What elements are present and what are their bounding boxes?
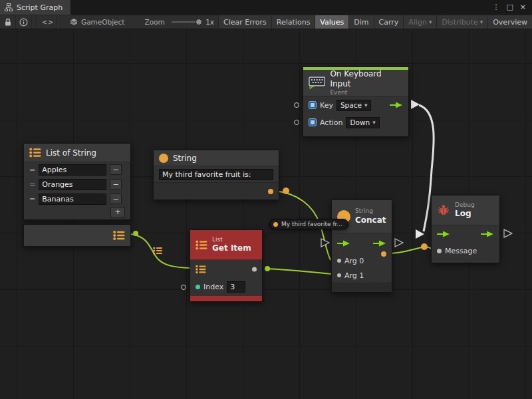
overview-button[interactable]: Overview xyxy=(487,15,532,29)
zoom-slider-handle[interactable] xyxy=(196,19,202,25)
node-title: Get Item xyxy=(212,243,251,253)
port-self-input[interactable] xyxy=(294,102,299,108)
port-flow-output[interactable] xyxy=(390,101,403,109)
wire-value-tooltip: My third favorite fr... xyxy=(269,219,348,229)
port-string-output[interactable] xyxy=(268,189,273,194)
info-button[interactable] xyxy=(16,15,32,29)
node-category: List xyxy=(212,236,251,243)
graph-toolbar: <> GameObject Zoom 1x Clear Errors Relat… xyxy=(0,15,532,29)
node-concat[interactable]: String Concat Arg 0 Arg 1 xyxy=(331,200,392,293)
remove-item-button[interactable]: − xyxy=(110,194,122,204)
port-flow-input[interactable] xyxy=(337,239,350,247)
key-icon xyxy=(309,118,317,126)
port-item-output[interactable] xyxy=(252,267,257,271)
relations-button[interactable]: Relations xyxy=(271,15,315,29)
chevron-down-icon: ▾ xyxy=(480,19,483,25)
graph-canvas[interactable]: On Keyboard Input Event Key Space ▾ Acti… xyxy=(0,29,532,399)
node-footer-bar xyxy=(190,296,262,301)
key-port-label: Key xyxy=(320,101,333,110)
node-title: Concat xyxy=(355,215,386,225)
port-arg1-input[interactable] xyxy=(337,273,341,277)
list-item-input[interactable] xyxy=(39,179,106,190)
node-on-keyboard-input[interactable]: On Keyboard Input Event Key Space ▾ Acti… xyxy=(303,66,409,137)
remove-item-button[interactable]: − xyxy=(110,164,122,175)
drag-handle-icon[interactable]: = xyxy=(29,166,35,174)
port-flow-output[interactable] xyxy=(373,239,386,247)
keyboard-icon xyxy=(309,76,325,90)
node-category: Debug xyxy=(455,201,475,209)
node-log[interactable]: Debug Log Message xyxy=(431,195,500,263)
port-result-output[interactable] xyxy=(381,251,386,257)
node-title: List of String xyxy=(46,148,96,158)
port-arg0-input[interactable] xyxy=(337,259,341,263)
port-self-input[interactable] xyxy=(294,120,299,125)
port-list-input[interactable] xyxy=(196,265,206,274)
clear-errors-button[interactable]: Clear Errors xyxy=(218,15,271,29)
wire-value-text: My third favorite fr... xyxy=(281,221,342,227)
index-port-label: Index xyxy=(203,283,223,291)
info-icon xyxy=(19,18,28,27)
tab-script-graph[interactable]: Script Graph xyxy=(0,0,71,15)
node-get-item[interactable]: List Get Item Index xyxy=(190,229,263,302)
align-button: Align▾ xyxy=(403,15,436,29)
list-badge-icon xyxy=(153,247,162,254)
flow-triangle-outline xyxy=(504,229,512,237)
key-icon xyxy=(309,101,317,109)
tab-title: Script Graph xyxy=(17,3,63,12)
graph-icon xyxy=(5,3,13,11)
node-string-literal[interactable]: String xyxy=(153,150,279,200)
close-icon[interactable]: × xyxy=(520,0,526,15)
chevron-down-icon: ▾ xyxy=(429,19,432,25)
window-controls: ⋮ □ × xyxy=(492,0,532,15)
menu-icon[interactable]: ⋮ xyxy=(492,0,499,15)
port-message-input[interactable] xyxy=(437,249,442,253)
remove-item-button[interactable]: − xyxy=(110,179,122,190)
lock-button[interactable] xyxy=(0,15,16,29)
chevron-down-icon: ▾ xyxy=(372,119,376,126)
chevron-down-icon: ▾ xyxy=(364,102,368,108)
list-output-section[interactable] xyxy=(23,224,131,247)
list-item-row: = − xyxy=(24,192,130,206)
port-list-output[interactable] xyxy=(113,231,125,241)
arg1-label: Arg 1 xyxy=(344,271,364,280)
index-value-input[interactable] xyxy=(227,281,245,293)
bug-icon xyxy=(437,203,450,217)
node-footer-bar xyxy=(332,283,392,292)
list-item-input[interactable] xyxy=(39,164,106,176)
maximize-icon[interactable]: □ xyxy=(506,0,513,15)
port-flow-output[interactable] xyxy=(481,230,494,238)
string-icon xyxy=(159,154,168,163)
dim-button[interactable]: Dim xyxy=(348,15,373,29)
drag-handle-icon[interactable]: = xyxy=(29,180,35,189)
node-title: Log xyxy=(455,209,475,219)
zoom-value: 1x xyxy=(205,18,214,26)
zoom-slider[interactable] xyxy=(172,21,200,23)
gameobject-selector[interactable]: GameObject xyxy=(65,18,130,26)
node-title: On Keyboard Input xyxy=(330,69,403,89)
carry-button[interactable]: Carry xyxy=(374,15,404,29)
port-index-input[interactable] xyxy=(181,285,186,290)
port-flow-input[interactable] xyxy=(437,230,450,238)
drag-handle-icon[interactable]: = xyxy=(29,195,35,203)
node-list-of-string[interactable]: List of String = − = − = − + xyxy=(23,143,131,220)
code-view-button[interactable]: <> xyxy=(41,15,57,29)
unity-script-graph-window: Script Graph ⋮ □ × <> GameObject Zoom 1x… xyxy=(0,0,532,399)
add-item-button[interactable]: + xyxy=(110,207,125,217)
values-button[interactable]: Values xyxy=(315,15,348,29)
toolbar-separator xyxy=(36,15,37,29)
gameobject-label: GameObject xyxy=(81,18,124,26)
wire-start-dot xyxy=(265,266,270,271)
string-value-input[interactable] xyxy=(159,169,273,180)
action-dropdown[interactable]: Down ▾ xyxy=(346,117,379,128)
gameobject-icon xyxy=(70,18,78,26)
index-type-dot xyxy=(196,285,200,289)
key-dropdown[interactable]: Space ▾ xyxy=(336,100,372,111)
wire-start-dot xyxy=(133,231,138,236)
list-item-input[interactable] xyxy=(39,194,106,205)
code-icon: <> xyxy=(42,19,55,26)
action-port-label: Action xyxy=(320,118,342,127)
flow-triangle-outline xyxy=(395,239,403,247)
distribute-button: Distribute▾ xyxy=(436,15,487,29)
message-label: Message xyxy=(445,247,477,255)
string-value-dot xyxy=(283,188,289,194)
